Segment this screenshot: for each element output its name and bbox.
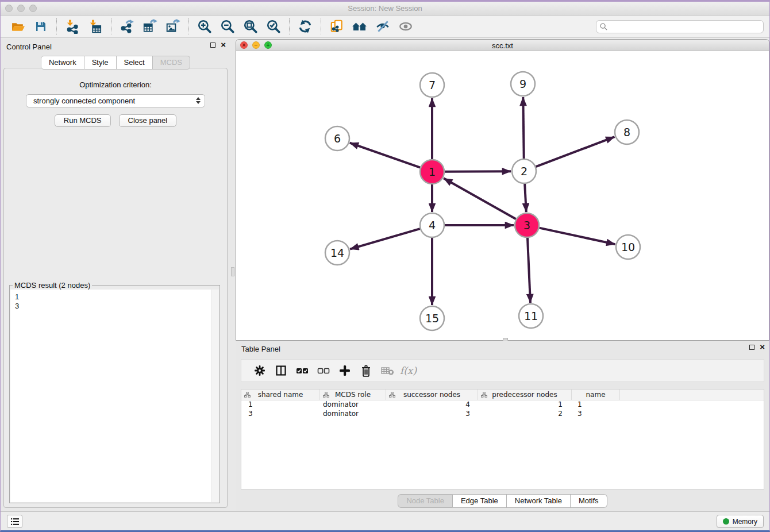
node-14[interactable]: 14: [325, 241, 349, 265]
tab-motifs[interactable]: Motifs: [571, 494, 607, 508]
task-history-button[interactable]: [7, 515, 22, 528]
column-header-shared-name[interactable]: shared name: [241, 390, 320, 400]
tab-style[interactable]: Style: [84, 56, 117, 70]
tab-network-table[interactable]: Network Table: [507, 494, 571, 508]
node-3[interactable]: 3: [515, 213, 539, 237]
network-canvas[interactable]: 7968124314101511: [236, 51, 769, 340]
zoom-in-icon[interactable]: [193, 17, 216, 36]
cell-shared-name[interactable]: 3: [241, 410, 320, 419]
list-icon: [10, 518, 20, 526]
table-row[interactable]: 1dominator411: [241, 400, 764, 410]
mcds-result-area[interactable]: 1 3: [10, 290, 219, 502]
control-panel: Control Panel × NetworkStyleSelectMCDS O…: [1, 38, 230, 511]
edge-1-6[interactable]: [350, 143, 421, 168]
cell-successor-nodes[interactable]: 4: [386, 400, 478, 410]
zoom-fit-icon[interactable]: [239, 17, 262, 36]
show-column-panel-icon[interactable]: [270, 362, 291, 379]
search-input[interactable]: [596, 20, 764, 33]
node-10[interactable]: 10: [616, 235, 640, 259]
memory-button[interactable]: Memory: [717, 515, 764, 528]
tab-node-table[interactable]: Node Table: [398, 494, 453, 508]
cell-successor-nodes[interactable]: 3: [386, 410, 478, 419]
run-mcds-button[interactable]: Run MCDS: [55, 114, 111, 127]
cell-name[interactable]: 1: [572, 400, 620, 410]
column-header-successor-nodes[interactable]: successor nodes: [386, 390, 478, 400]
export-image-icon[interactable]: [161, 17, 184, 36]
node-15[interactable]: 15: [420, 306, 444, 330]
close-table-panel-icon[interactable]: ×: [760, 344, 765, 350]
column-header-predecessor-nodes[interactable]: predecessor nodes: [478, 390, 572, 400]
edge-4-14[interactable]: [350, 229, 420, 249]
edge-3-10[interactable]: [540, 228, 615, 245]
function-builder-icon: f(x): [398, 362, 419, 379]
tab-select[interactable]: Select: [117, 56, 153, 70]
application-window: Session: New Session: [0, 0, 770, 532]
close-panel-icon[interactable]: ×: [221, 42, 226, 48]
toolbar-separator: [321, 18, 321, 34]
main-toolbar: [1, 16, 769, 38]
edge-3-11[interactable]: [528, 238, 530, 303]
delete-column-trash-icon[interactable]: [355, 362, 376, 379]
open-file-icon[interactable]: [6, 17, 29, 36]
edge-3-1[interactable]: [444, 178, 516, 219]
save-session-icon[interactable]: [29, 17, 52, 36]
show-all-eye-icon[interactable]: [394, 17, 417, 36]
clone-network-icon[interactable]: [325, 17, 348, 36]
toolbar-separator: [111, 18, 111, 34]
svg-text:4: 4: [429, 219, 436, 232]
zoom-out-icon[interactable]: [216, 17, 239, 36]
node-7[interactable]: 7: [420, 73, 444, 97]
deselect-all-columns-icon[interactable]: [313, 362, 334, 379]
column-header-name[interactable]: name: [572, 390, 620, 400]
memory-status-dot: [723, 518, 729, 525]
import-network-icon[interactable]: [61, 17, 84, 36]
add-column-icon[interactable]: [334, 362, 355, 379]
cell-predecessor-nodes[interactable]: 1: [478, 400, 572, 410]
edge-2-9[interactable]: [523, 97, 523, 159]
tab-edge-table[interactable]: Edge Table: [453, 494, 507, 508]
apply-layout-icon[interactable]: [294, 17, 317, 36]
column-header-mcds-role[interactable]: MCDS role: [320, 390, 386, 400]
close-panel-button[interactable]: Close panel: [119, 114, 177, 127]
svg-text:15: 15: [425, 312, 439, 325]
svg-text:1: 1: [429, 165, 436, 178]
cell-mcds-role[interactable]: dominator: [320, 410, 386, 419]
optimization-criterion-dropdown[interactable]: strongly connected component: [26, 94, 205, 107]
select-all-columns-icon[interactable]: [291, 362, 313, 379]
edge-2-8[interactable]: [536, 137, 615, 167]
node-8[interactable]: 8: [615, 120, 639, 144]
cell-mcds-role[interactable]: dominator: [320, 400, 386, 410]
table-row[interactable]: 3dominator323: [241, 410, 764, 419]
export-network-icon[interactable]: [116, 17, 138, 36]
cell-predecessor-nodes[interactable]: 2: [478, 410, 572, 419]
node-11[interactable]: 11: [519, 304, 543, 328]
node-6[interactable]: 6: [325, 126, 349, 151]
export-table-icon[interactable]: [138, 17, 161, 36]
float-panel-icon[interactable]: [210, 43, 215, 48]
first-neighbors-houses-icon[interactable]: [348, 17, 371, 36]
delete-table-icon: [376, 362, 398, 379]
zoom-selected-icon[interactable]: [262, 17, 285, 36]
import-table-icon[interactable]: [84, 17, 107, 36]
cell-shared-name[interactable]: 1: [241, 400, 320, 410]
edge-2-3[interactable]: [525, 184, 526, 212]
float-table-panel-icon[interactable]: [749, 345, 754, 350]
hide-selected-eye-slash-icon[interactable]: [371, 17, 394, 36]
memory-label: Memory: [733, 518, 757, 526]
node-2[interactable]: 2: [512, 159, 536, 183]
svg-text:7: 7: [429, 79, 436, 91]
node-9[interactable]: 9: [511, 72, 535, 96]
toolbar-separator: [188, 18, 189, 34]
mcds-result-title: MCDS result (2 nodes): [13, 281, 92, 290]
tab-mcds[interactable]: MCDS: [153, 56, 190, 70]
cell-name[interactable]: 3: [572, 410, 620, 419]
tab-network[interactable]: Network: [41, 56, 84, 70]
node-4[interactable]: 4: [420, 213, 444, 237]
vertical-splitter[interactable]: [230, 38, 236, 511]
svg-text:8: 8: [623, 126, 630, 138]
node-1[interactable]: 1: [420, 160, 444, 184]
splitter-grip[interactable]: [231, 267, 234, 276]
result-scrollbar[interactable]: [211, 290, 219, 502]
settings-gear-icon[interactable]: [249, 362, 270, 379]
edge-1-2[interactable]: [445, 171, 511, 172]
